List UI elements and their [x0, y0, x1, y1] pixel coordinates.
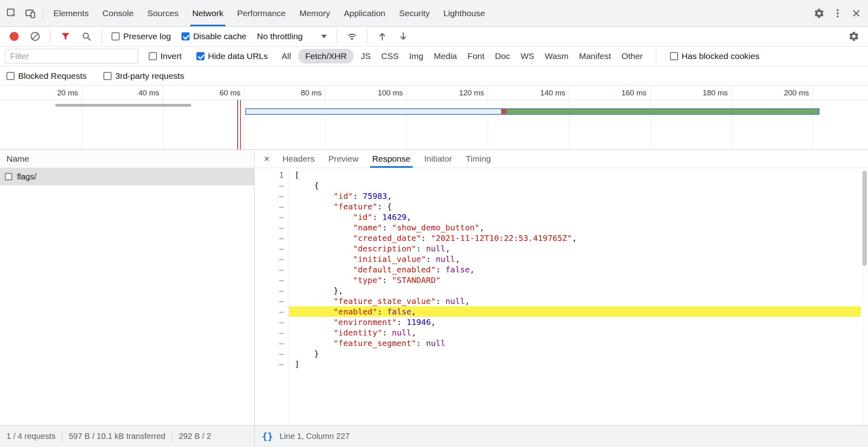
separator	[337, 30, 337, 43]
line-gutter: –	[255, 306, 289, 317]
record-button[interactable]	[5, 27, 23, 46]
close-icon	[851, 8, 862, 19]
code-text: "environment": 11946,	[289, 317, 861, 327]
tab-network[interactable]: Network	[185, 0, 230, 26]
filter-chip-manifest[interactable]: Manifest	[576, 49, 614, 63]
line-gutter: –	[255, 348, 289, 359]
tab-sources[interactable]: Sources	[141, 0, 185, 26]
disable-cache-checkbox[interactable]: Disable cache	[181, 32, 246, 41]
code-text: "type": "STANDARD"	[289, 275, 861, 285]
request-detail-panel: × HeadersPreviewResponseInitiatorTiming …	[255, 150, 868, 425]
tab-application[interactable]: Application	[337, 0, 392, 26]
name-column-header[interactable]: Name	[0, 150, 254, 168]
invert-checkbox[interactable]: Invert	[149, 51, 182, 61]
detail-tab-initiator[interactable]: Initiator	[417, 150, 459, 168]
filter-chip-media[interactable]: Media	[431, 49, 460, 63]
detail-tab-response[interactable]: Response	[365, 150, 417, 168]
funnel-icon	[60, 31, 71, 42]
line-gutter: –	[255, 243, 289, 254]
tab-console[interactable]: Console	[96, 0, 141, 26]
timeline-tick-label: 80 ms	[301, 89, 322, 97]
filter-chip-js[interactable]: JS	[358, 49, 374, 63]
code-line: – "description": null,	[255, 243, 861, 254]
device-toolbar-button[interactable]	[21, 4, 40, 23]
code-line: – "name": "show_demo_button",	[255, 222, 861, 233]
preserve-log-label: Preserve log	[123, 32, 171, 41]
timeline-column: 160 ms	[569, 86, 651, 150]
network-conditions-button[interactable]	[343, 27, 361, 46]
code-text: "id": 75983,	[289, 191, 861, 201]
separator	[101, 30, 102, 43]
network-settings	[845, 27, 863, 46]
line-gutter: –	[255, 275, 289, 285]
line-gutter: –	[255, 296, 289, 306]
editor-status: {} Line 1, Column 227	[255, 426, 868, 447]
close-detail-button[interactable]: ×	[258, 150, 276, 168]
code-line: – },	[255, 285, 861, 296]
throttling-select[interactable]: No throttling	[257, 32, 327, 41]
request-checkbox[interactable]	[5, 173, 12, 180]
code-line: – "enabled": false,	[255, 306, 861, 317]
scrollbar-thumb[interactable]	[862, 171, 867, 266]
filter-chip-all[interactable]: All	[278, 49, 294, 63]
invert-label: Invert	[160, 51, 182, 61]
detail-tab-timing[interactable]: Timing	[459, 150, 498, 168]
requests-summary: 1 / 4 requests 597 B / 10.1 kB transferr…	[0, 426, 255, 447]
filter-chip-other[interactable]: Other	[618, 49, 646, 63]
blocked-requests-checkbox[interactable]: Blocked Requests	[6, 71, 86, 81]
detail-tab-preview[interactable]: Preview	[321, 150, 365, 168]
hide-data-urls-checkbox[interactable]: Hide data URLs	[196, 51, 268, 61]
clear-icon	[29, 31, 41, 42]
network-overview-timeline[interactable]: 20 ms40 ms60 ms80 ms100 ms120 ms140 ms16…	[0, 86, 868, 150]
status-bar: 1 / 4 requests 597 B / 10.1 kB transferr…	[0, 425, 868, 447]
tab-security[interactable]: Security	[392, 0, 436, 26]
network-settings-button[interactable]	[845, 27, 863, 46]
code-line: – "environment": 11946,	[255, 317, 861, 327]
devtools-topbar: ElementsConsoleSourcesNetworkPerformance…	[0, 0, 868, 27]
third-party-requests-checkbox[interactable]: 3rd-party requests	[103, 71, 184, 81]
checkbox-unchecked	[112, 32, 120, 40]
separator	[656, 49, 656, 63]
timeline-tick-label: 20 ms	[57, 89, 78, 97]
filter-chip-ws[interactable]: WS	[517, 49, 537, 63]
timeline-tick-label: 40 ms	[138, 89, 159, 97]
import-har-button[interactable]	[373, 27, 392, 46]
record-icon	[10, 32, 19, 41]
preserve-log-checkbox[interactable]: Preserve log	[112, 32, 171, 41]
code-line: – "created_date": "2021-11-12T10:22:53.4…	[255, 233, 861, 243]
separator	[172, 431, 172, 442]
code-line: – }	[255, 348, 861, 359]
request-name: flags/	[17, 172, 36, 181]
filter-chip-img[interactable]: Img	[406, 49, 427, 63]
export-har-button[interactable]	[394, 27, 413, 46]
load-event-marker	[240, 100, 241, 150]
resources-size: 292 B / 2	[179, 432, 211, 441]
code-line: – "type": "STANDARD"	[255, 275, 861, 285]
tab-elements[interactable]: Elements	[46, 0, 96, 26]
filter-input[interactable]	[5, 49, 138, 63]
search-button[interactable]	[77, 27, 96, 46]
filter-chip-fetch-xhr[interactable]: Fetch/XHR	[298, 49, 354, 63]
inspect-element-button[interactable]	[2, 4, 21, 23]
code-text: "created_date": "2021-11-12T10:22:53.419…	[289, 233, 861, 243]
network-toolbar: Preserve log Disable cache No throttling	[0, 27, 868, 46]
pretty-print-button[interactable]: {}	[262, 431, 273, 442]
filter-chip-doc[interactable]: Doc	[492, 49, 513, 63]
close-devtools-button[interactable]	[847, 4, 866, 23]
timeline-column: 100 ms	[326, 86, 407, 150]
request-row[interactable]: flags/	[0, 168, 254, 185]
filter-chip-css[interactable]: CSS	[378, 49, 402, 63]
tab-performance[interactable]: Performance	[230, 0, 293, 26]
has-blocked-cookies-checkbox[interactable]: Has blocked cookies	[670, 51, 760, 61]
more-options-button[interactable]	[828, 4, 847, 23]
clear-button[interactable]	[26, 27, 44, 46]
tab-lighthouse[interactable]: Lighthouse	[436, 0, 492, 26]
tab-memory[interactable]: Memory	[293, 0, 337, 26]
detail-tab-headers[interactable]: Headers	[276, 150, 321, 168]
vertical-scrollbar[interactable]	[861, 168, 868, 425]
filter-chip-font[interactable]: Font	[464, 49, 488, 63]
filter-button[interactable]	[56, 27, 75, 46]
filter-chip-wasm[interactable]: Wasm	[541, 49, 572, 63]
settings-button[interactable]	[810, 4, 828, 23]
code-line: – "identity": null,	[255, 327, 861, 338]
